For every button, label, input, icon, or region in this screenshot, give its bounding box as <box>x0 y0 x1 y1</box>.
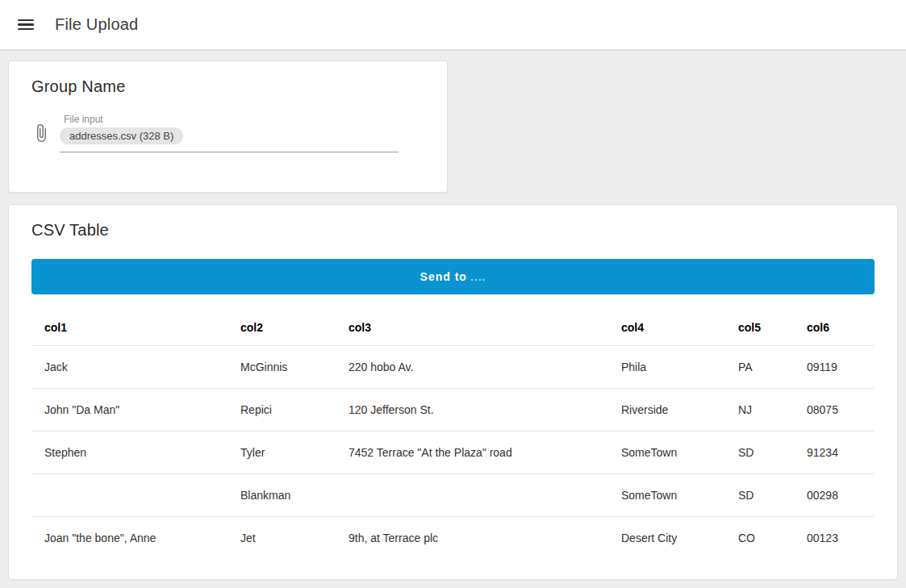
table-cell: Riverside <box>608 389 725 432</box>
app-bar: File Upload <box>0 0 906 51</box>
page-title: File Upload <box>55 15 138 34</box>
table-row: StephenTyler7452 Terrace "At the Plaza" … <box>31 432 875 474</box>
table-cell <box>31 474 228 517</box>
table-cell: Stephen <box>31 432 228 474</box>
table-cell: Desert City <box>608 517 725 560</box>
table-cell: SD <box>725 432 794 474</box>
table-cell: 00298 <box>794 474 875 517</box>
table-cell: 09119 <box>794 346 875 389</box>
table-cell: Joan "the bone", Anne <box>31 517 228 560</box>
table-cell: NJ <box>725 389 794 432</box>
column-header-col2: col2 <box>228 309 336 346</box>
column-header-col6: col6 <box>794 309 875 346</box>
file-input-underline: addresses.csv (328 B) <box>60 127 399 152</box>
table-cell: Tyler <box>228 432 336 474</box>
file-input-label: File input <box>60 114 399 125</box>
table-cell: Blankman <box>228 474 336 517</box>
column-header-col1: col1 <box>31 309 228 346</box>
csv-table: col1col2col3col4col5col6 JackMcGinnis220… <box>31 309 875 559</box>
table-header-row: col1col2col3col4col5col6 <box>31 309 875 346</box>
table-cell: 00123 <box>794 517 875 560</box>
csv-table-card: CSV Table Send to.... col1col2col3col4co… <box>8 204 898 580</box>
table-cell: Repici <box>228 389 336 432</box>
file-input[interactable]: File input addresses.csv (328 B) <box>60 114 399 152</box>
table-cell: 08075 <box>794 389 875 432</box>
table-cell <box>336 474 608 517</box>
column-header-col5: col5 <box>725 309 794 346</box>
send-to-button-label: Send to <box>420 270 467 283</box>
csv-card-title: CSV Table <box>31 221 875 240</box>
table-cell: PA <box>725 346 794 389</box>
column-header-col4: col4 <box>608 309 725 346</box>
send-to-button-dots: .... <box>470 270 486 283</box>
file-chip: addresses.csv (328 B) <box>60 127 183 144</box>
table-cell: Jack <box>31 346 228 389</box>
table-cell: SD <box>725 474 794 517</box>
table-cell: 120 Jefferson St. <box>336 389 608 432</box>
column-header-col3: col3 <box>336 309 608 346</box>
paperclip-icon[interactable] <box>31 123 51 148</box>
table-row: Joan "the bone", AnneJet9th, at Terrace … <box>31 517 875 560</box>
table-cell: John "Da Man" <box>31 389 228 432</box>
table-row: BlankmanSomeTownSD00298 <box>31 474 875 517</box>
table-cell: 9th, at Terrace plc <box>336 517 608 560</box>
table-row: JackMcGinnis220 hobo Av.PhilaPA09119 <box>31 346 875 389</box>
hamburger-menu-icon[interactable] <box>18 19 34 31</box>
table-cell: CO <box>725 517 794 560</box>
table-cell: 220 hobo Av. <box>336 346 608 389</box>
page-content: Group Name File input addresses.csv (328… <box>0 51 906 588</box>
table-cell: 91234 <box>794 432 875 474</box>
group-name-card: Group Name File input addresses.csv (328… <box>8 60 448 193</box>
csv-table-body: JackMcGinnis220 hobo Av.PhilaPA09119John… <box>31 346 875 560</box>
table-cell: SomeTown <box>608 432 725 474</box>
file-input-row: File input addresses.csv (328 B) <box>31 114 424 152</box>
table-row: John "Da Man"Repici120 Jefferson St.Rive… <box>31 389 875 432</box>
table-cell: McGinnis <box>228 346 336 389</box>
send-to-button[interactable]: Send to.... <box>31 259 875 294</box>
table-cell: 7452 Terrace "At the Plaza" road <box>336 432 608 474</box>
table-cell: Phila <box>608 346 725 389</box>
table-cell: Jet <box>228 517 336 560</box>
group-card-title: Group Name <box>31 77 424 96</box>
table-cell: SomeTown <box>608 474 725 517</box>
